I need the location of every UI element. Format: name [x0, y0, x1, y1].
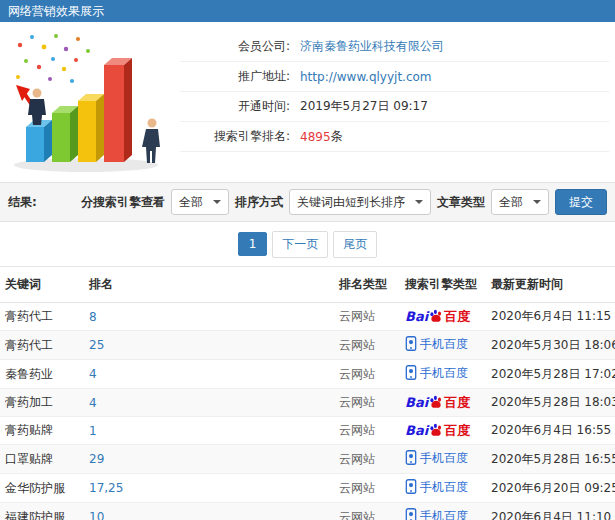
- baidu-cn-text: 百度: [444, 310, 470, 323]
- rank-cell: 17,25: [84, 474, 334, 503]
- bar-blue: [26, 120, 52, 162]
- keyword-cell: 福建防护服: [0, 503, 84, 520]
- info-row-url: 推广地址: http://www.qlyyjt.com: [180, 62, 609, 92]
- baidu-paw-icon: [429, 395, 443, 409]
- last-page-button[interactable]: 尾页: [333, 231, 377, 258]
- sort-filter-value: 关键词由短到长排序: [297, 194, 405, 211]
- table-row: 膏药贴牌1云网站Bai百度2020年6月4日 16:55: [0, 417, 615, 445]
- update-time-cell: 2020年5月28日 16:55: [486, 445, 615, 474]
- rank-cell: 10: [84, 503, 334, 520]
- table-row: 膏药代工25云网站手机百度2020年5月30日 18:06: [0, 331, 615, 360]
- mobile-baidu-text: 手机百度: [420, 452, 468, 464]
- rank-count-label: 搜索引擎排名:: [180, 128, 290, 145]
- promo-url-link[interactable]: http://www.qlyyjt.com: [300, 70, 432, 84]
- baidu-cn-text: 百度: [444, 396, 470, 409]
- rank-link[interactable]: 4: [89, 396, 97, 410]
- submit-button[interactable]: 提交: [555, 189, 607, 215]
- result-label: 结果:: [8, 194, 37, 211]
- mobile-baidu-badge: 手机百度: [405, 479, 468, 494]
- rank-link[interactable]: 4: [89, 367, 97, 381]
- keyword-cell: 膏药加工: [0, 389, 84, 417]
- mobile-phone-icon: [405, 365, 417, 380]
- table-row: 秦鲁药业4云网站手机百度2020年5月28日 17:02: [0, 360, 615, 389]
- mobile-baidu-badge: 手机百度: [405, 508, 468, 520]
- open-time-value: 2019年5月27日 09:17: [300, 98, 428, 115]
- page-title: 网络营销效果展示: [8, 4, 104, 18]
- engine-filter-value: 全部: [179, 194, 203, 211]
- column-header: 搜索引擎类型: [400, 267, 486, 303]
- member-company-link[interactable]: 济南秦鲁药业科技有限公司: [300, 38, 444, 55]
- bar-green: [52, 106, 78, 162]
- engine-cell: Bai百度: [400, 417, 486, 445]
- baidu-latin-text: Bai: [405, 424, 428, 437]
- member-info: 会员公司: 济南秦鲁药业科技有限公司 推广地址: http://www.qlyy…: [180, 22, 609, 182]
- rank-cell: 4: [84, 389, 334, 417]
- article-type-label: 文章类型: [437, 194, 485, 211]
- rank-link[interactable]: 1: [89, 424, 97, 438]
- sort-filter-label: 排序方式: [235, 194, 283, 211]
- rank-count-value: 4895: [300, 130, 331, 144]
- rank-link[interactable]: 8: [89, 310, 97, 324]
- rank-type-cell: 云网站: [334, 389, 400, 417]
- rank-count-suffix: 条: [331, 128, 343, 145]
- results-table: 关键词排名排名类型搜索引擎类型最新更新时间 膏药代工8云网站Bai百度2020年…: [0, 266, 615, 520]
- baidu-logo: Bai百度: [405, 309, 470, 323]
- table-row: 膏药加工4云网站Bai百度2020年5月28日 18:03: [0, 389, 615, 417]
- table-row: 口罩贴牌29云网站手机百度2020年5月28日 16:55: [0, 445, 615, 474]
- update-time-cell: 2020年6月20日 09:25: [486, 474, 615, 503]
- mobile-phone-icon: [405, 336, 417, 351]
- rank-cell: 4: [84, 360, 334, 389]
- chart-illustration: [0, 22, 180, 182]
- engine-filter-select[interactable]: 全部: [171, 189, 229, 215]
- engine-cell: Bai百度: [400, 389, 486, 417]
- rank-cell: 8: [84, 303, 334, 331]
- rank-cell: 1: [84, 417, 334, 445]
- update-time-cell: 2020年5月28日 17:02: [486, 360, 615, 389]
- column-header: 排名类型: [334, 267, 400, 303]
- rank-link[interactable]: 10: [89, 510, 104, 520]
- info-row-rank-count: 搜索引擎排名: 4895条: [180, 122, 609, 152]
- column-header: 排名: [84, 267, 334, 303]
- mobile-baidu-text: 手机百度: [420, 367, 468, 379]
- baidu-logo: Bai百度: [405, 395, 470, 409]
- mobile-baidu-badge: 手机百度: [405, 365, 468, 380]
- rank-link[interactable]: 17,25: [89, 481, 123, 495]
- engine-cell: 手机百度: [400, 474, 486, 503]
- column-header: 最新更新时间: [486, 267, 615, 303]
- table-row: 膏药代工8云网站Bai百度2020年6月4日 11:15: [0, 303, 615, 331]
- update-time-cell: 2020年6月4日 16:55: [486, 417, 615, 445]
- engine-cell: 手机百度: [400, 360, 486, 389]
- column-header: 关键词: [0, 267, 84, 303]
- rank-link[interactable]: 29: [89, 452, 104, 466]
- rank-type-cell: 云网站: [334, 474, 400, 503]
- bar-chart-illustration-svg: [6, 27, 174, 177]
- article-type-select[interactable]: 全部: [491, 189, 549, 215]
- engine-filter-label: 分搜索引擎查看: [81, 194, 165, 211]
- bar-red: [104, 58, 132, 162]
- next-page-button[interactable]: 下一页: [272, 231, 328, 258]
- table-row: 金华防护服17,25云网站手机百度2020年6月20日 09:25: [0, 474, 615, 503]
- pagination: 1 下一页 尾页: [0, 222, 615, 266]
- update-time-cell: 2020年5月28日 18:03: [486, 389, 615, 417]
- baidu-latin-text: Bai: [405, 310, 428, 323]
- baidu-latin-text: Bai: [405, 396, 428, 409]
- engine-cell: Bai百度: [400, 303, 486, 331]
- keyword-cell: 金华防护服: [0, 474, 84, 503]
- baidu-paw-icon: [429, 423, 443, 437]
- rank-cell: 29: [84, 445, 334, 474]
- table-header-row: 关键词排名排名类型搜索引擎类型最新更新时间: [0, 267, 615, 303]
- article-type-value: 全部: [499, 194, 523, 211]
- sort-filter-select[interactable]: 关键词由短到长排序: [289, 189, 431, 215]
- rank-type-cell: 云网站: [334, 331, 400, 360]
- mobile-baidu-text: 手机百度: [420, 510, 468, 520]
- rank-link[interactable]: 25: [89, 338, 104, 352]
- title-bar: 网络营销效果展示: [0, 0, 615, 22]
- info-row-company: 会员公司: 济南秦鲁药业科技有限公司: [180, 32, 609, 62]
- mobile-baidu-badge: 手机百度: [405, 336, 468, 351]
- open-time-label: 开通时间:: [180, 98, 290, 115]
- rank-type-cell: 云网站: [334, 503, 400, 520]
- chevron-down-icon: [415, 200, 423, 204]
- filter-bar: 结果: 分搜索引擎查看 全部 排序方式 关键词由短到长排序 文章类型 全部 提交: [0, 182, 615, 222]
- mobile-phone-icon: [405, 508, 417, 520]
- page-current[interactable]: 1: [238, 232, 268, 256]
